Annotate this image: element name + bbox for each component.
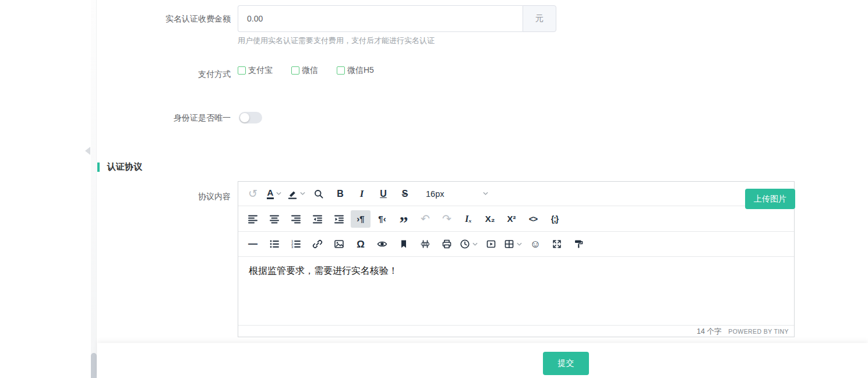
chevron-down-icon [276, 190, 282, 197]
left-to-right-icon: ›¶ [357, 214, 364, 223]
payment-option-label: 微信H5 [347, 65, 374, 76]
section-title: 认证协议 [107, 161, 142, 172]
fee-amount-input[interactable] [238, 5, 523, 32]
emoticons-button[interactable]: ☺ [525, 235, 545, 253]
strikethrough-button[interactable]: S [395, 185, 415, 203]
editor-toolbar-row-3: —123Ω☺ [238, 232, 794, 257]
superscript-button[interactable]: X² [502, 210, 521, 228]
section-accent-bar [97, 162, 100, 172]
superscript-icon: X² [507, 214, 516, 223]
agreement-content-label: 协议内容 [0, 192, 231, 202]
payment-option-label: 支付宝 [248, 65, 273, 76]
id-unique-label: 身份证是否唯一 [0, 113, 231, 123]
strikethrough-icon: S [402, 189, 408, 199]
insert-media-button[interactable] [481, 235, 501, 253]
search-and-replace-button[interactable] [309, 185, 329, 203]
sidebar-collapse-icon[interactable] [85, 147, 90, 155]
insert-table-button[interactable] [503, 235, 524, 253]
bullet-list-icon [269, 239, 280, 249]
bullet-list-button[interactable] [264, 235, 284, 253]
underline-button[interactable]: U [373, 185, 393, 203]
undo-button[interactable]: ↶ [415, 210, 435, 228]
insert-datetime-icon [460, 239, 470, 249]
special-character-button[interactable]: Ω [351, 235, 371, 253]
editor-content[interactable]: 根据监管要求，需要进行实名核验！ [238, 257, 794, 325]
subscript-icon: X₂ [485, 214, 495, 223]
redo-button[interactable]: ↷ [437, 210, 457, 228]
page-break-button[interactable] [415, 235, 435, 253]
fee-amount-label: 实名认证收费金额 [0, 14, 231, 24]
editor-toolbar-row-2: ›¶¶‹”↶↷IₓX₂X²<>{;} [238, 206, 794, 232]
highlight-color-icon [287, 189, 298, 199]
fullscreen-button[interactable] [547, 235, 567, 253]
blockquote-button[interactable]: ” [394, 210, 414, 228]
fee-amount-field: 元 [238, 5, 556, 32]
tiny-branding: POWERED BY TINY [728, 328, 789, 335]
chevron-down-icon [482, 190, 489, 197]
horizontal-rule-button[interactable]: — [243, 235, 263, 253]
align-left-button[interactable] [243, 210, 263, 228]
underline-icon: U [380, 189, 387, 199]
font-size-button[interactable]: 16px [420, 185, 495, 203]
indent-icon [334, 214, 344, 224]
vertical-scrollbar-track[interactable] [91, 0, 97, 378]
id-unique-toggle[interactable] [239, 112, 262, 123]
rich-text-editor: 上传图片 ↺ABIUS16px ›¶¶‹”↶↷IₓX₂X²<>{;} —123Ω… [238, 181, 795, 337]
right-to-left-icon: ¶‹ [378, 214, 386, 223]
insert-link-icon [312, 239, 323, 249]
font-size-value: 16px [426, 189, 444, 199]
format-painter-button[interactable] [569, 235, 588, 253]
restore-draft-button[interactable]: ↺ [243, 185, 263, 203]
vertical-scrollbar-thumb[interactable] [91, 353, 97, 378]
preview-button[interactable] [372, 235, 392, 253]
payment-option[interactable]: 微信H5 [337, 65, 374, 76]
checkbox-icon[interactable] [238, 66, 246, 75]
align-right-icon [291, 214, 301, 224]
fee-help-text: 用户使用实名认证需要支付费用，支付后才能进行实名认证 [238, 36, 435, 46]
payment-option[interactable]: 支付宝 [238, 65, 273, 76]
chevron-down-icon [299, 190, 306, 197]
code-sample-button[interactable]: {;} [545, 210, 564, 228]
text-color-button[interactable]: A [264, 185, 284, 203]
code-sample-icon: {;} [551, 215, 559, 223]
align-center-button[interactable] [264, 210, 284, 228]
bold-button[interactable]: B [330, 185, 350, 203]
editor-toolbar-row-1: ↺ABIUS16px [238, 182, 794, 206]
checkbox-icon[interactable] [291, 66, 299, 75]
subscript-button[interactable]: X₂ [480, 210, 500, 228]
insert-image-icon [334, 239, 344, 249]
right-to-left-button[interactable]: ¶‹ [372, 210, 392, 228]
fee-unit-suffix: 元 [523, 5, 556, 32]
undo-icon: ↶ [421, 213, 430, 224]
insert-datetime-button[interactable] [458, 235, 479, 253]
submit-button[interactable]: 提交 [543, 352, 589, 375]
italic-icon: I [360, 189, 364, 199]
left-to-right-button[interactable]: ›¶ [351, 210, 371, 228]
highlight-color-button[interactable] [286, 185, 307, 203]
payment-method-label: 支付方式 [0, 69, 231, 80]
payment-options: 支付宝微信微信H5 [238, 65, 374, 76]
blockquote-icon: ” [400, 214, 408, 224]
fullscreen-icon [552, 239, 562, 249]
horizontal-rule-icon: — [248, 239, 257, 249]
clear-formatting-icon: Iₓ [465, 214, 472, 224]
outdent-button[interactable] [308, 210, 327, 228]
section-header: 认证协议 [97, 161, 142, 172]
indent-button[interactable] [329, 210, 349, 228]
special-character-icon: Ω [357, 239, 365, 249]
code-button[interactable]: <> [523, 210, 543, 228]
payment-option[interactable]: 微信 [291, 65, 318, 76]
payment-option-label: 微信 [302, 65, 318, 76]
insert-link-button[interactable] [308, 235, 327, 253]
anchor-icon [398, 239, 409, 249]
checkbox-icon[interactable] [337, 66, 345, 75]
italic-button[interactable]: I [352, 185, 372, 203]
print-button[interactable] [437, 235, 457, 253]
numbered-list-button[interactable]: 123 [286, 235, 306, 253]
print-icon [442, 239, 452, 249]
anchor-button[interactable] [394, 235, 414, 253]
clear-formatting-button[interactable]: Iₓ [458, 210, 478, 228]
insert-image-button[interactable] [329, 235, 349, 253]
upload-image-button[interactable]: 上传图片 [745, 189, 795, 209]
align-right-button[interactable] [286, 210, 306, 228]
